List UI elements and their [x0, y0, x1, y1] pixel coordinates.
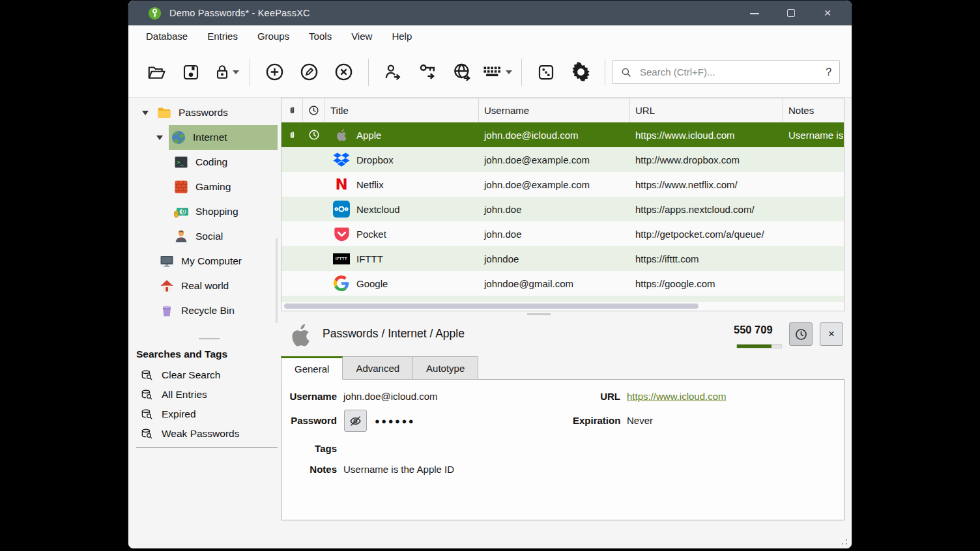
menu-entries[interactable]: Entries	[197, 31, 248, 42]
url-cell: https://google.com	[630, 271, 783, 296]
sidebar-item-coding[interactable]: >_ Coding	[136, 150, 278, 175]
close-preview-button[interactable]: ×	[820, 322, 843, 346]
tab-autotype[interactable]: Autotype	[413, 356, 478, 380]
sidebar-item-shopping[interactable]: 0 Shopping	[136, 199, 278, 224]
attachment-cell	[281, 271, 303, 296]
table-row-nextcloud[interactable]: Nextcloud john.doe https://apps.nextclou…	[281, 197, 844, 221]
toolbar-separator	[605, 59, 605, 86]
expander-icon[interactable]	[142, 111, 149, 115]
table-header: Title Username URL Notes	[281, 98, 844, 122]
search-label: Clear Search	[162, 369, 220, 381]
table-row-pocket[interactable]: Pocket john.doe http://getpocket.com/a/q…	[281, 221, 844, 246]
entry-title: Google	[356, 278, 388, 289]
save-database-button[interactable]	[176, 57, 205, 87]
tab-advanced[interactable]: Advanced	[343, 356, 413, 380]
totp-timer-bar	[736, 344, 782, 348]
terminal-icon: >_	[173, 154, 189, 170]
apple-icon	[333, 126, 350, 143]
expander-icon[interactable]	[156, 135, 163, 140]
settings-button[interactable]	[566, 57, 596, 87]
username-cell: john.doe@example.com	[479, 172, 630, 197]
entry-table: Title Username URL Notes Apple john.doe@…	[281, 98, 844, 311]
username-cell: johndoe	[479, 246, 630, 271]
password-label: Password	[288, 415, 337, 426]
menu-database[interactable]: Database	[136, 31, 197, 42]
sidebar-item-weak-passwords[interactable]: Weak Passwords	[136, 424, 278, 444]
sidebar-item-real-world[interactable]: Real world	[136, 274, 278, 298]
password-generator-button[interactable]	[531, 57, 560, 87]
notes-cell	[783, 271, 844, 296]
header-username-column[interactable]: Username	[479, 98, 630, 122]
tab-general[interactable]: General	[281, 356, 343, 380]
search-label: All Entries	[162, 389, 207, 401]
url-cell: http://getpocket.com/a/queue/	[630, 221, 783, 246]
apple-icon	[287, 322, 315, 349]
delete-entry-button[interactable]	[329, 57, 358, 87]
entry-breadcrumb: Passwords / Internet / Apple	[323, 327, 465, 341]
resize-grip[interactable]	[841, 539, 848, 545]
toggle-password-visibility-button[interactable]	[344, 410, 367, 432]
key-arrow-icon	[417, 62, 437, 82]
table-detail-splitter-handle[interactable]	[527, 313, 551, 315]
menu-groups[interactable]: Groups	[248, 31, 299, 42]
sidebar-item-clear-search[interactable]: Clear Search	[136, 365, 278, 385]
autotype-button[interactable]	[482, 57, 512, 87]
table-row-dropbox[interactable]: Dropbox john.doe@example.com http://www.…	[281, 147, 844, 172]
sidebar-item-passwords[interactable]: Passwords	[136, 100, 278, 125]
header-attachment-column[interactable]	[281, 98, 303, 122]
house-icon	[159, 278, 175, 294]
sidebar-item-my-computer[interactable]: My Computer	[136, 249, 278, 274]
add-entry-button[interactable]	[259, 57, 289, 87]
tags-label: Tags	[288, 443, 337, 454]
table-horizontal-scrollbar[interactable]	[284, 304, 699, 309]
copy-password-button[interactable]	[412, 57, 442, 87]
expiry-cell	[303, 122, 325, 147]
lock-database-button[interactable]	[211, 57, 240, 87]
sidebar-item-expired[interactable]: Expired	[136, 404, 278, 424]
x-circle-icon	[334, 62, 354, 82]
table-row-netflix[interactable]: N Netflix john.doe@example.com https://w…	[281, 172, 844, 197]
entry-title: Netflix	[356, 179, 384, 190]
url-cell: https://www.netflix.com/	[630, 172, 783, 197]
edit-entry-button[interactable]	[295, 57, 324, 87]
sidebar-item-internet[interactable]: Internet	[136, 125, 278, 150]
header-notes-column[interactable]: Notes	[783, 98, 844, 122]
header-url-column[interactable]: URL	[630, 98, 783, 122]
attachment-cell	[281, 221, 303, 246]
search-box[interactable]: ?	[612, 60, 840, 84]
header-title-column[interactable]: Title	[325, 98, 479, 122]
sidebar-item-recycle-bin[interactable]: Recycle Bin	[136, 298, 278, 323]
open-folder-icon	[147, 63, 166, 82]
menu-tools[interactable]: Tools	[299, 31, 341, 42]
open-database-button[interactable]	[141, 57, 171, 87]
expiry-cell	[303, 147, 325, 172]
open-url-button[interactable]	[448, 57, 477, 87]
sidebar-item-all-entries[interactable]: All Entries	[136, 385, 278, 404]
sidebar-divider	[136, 447, 278, 448]
search-help-mark[interactable]: ?	[826, 66, 831, 78]
title-cell: Dropbox	[325, 147, 479, 172]
menu-view[interactable]: View	[341, 31, 382, 42]
username-value: john.doe@icloud.com	[343, 391, 437, 402]
search-label: Weak Passwords	[162, 428, 239, 440]
close-window-button[interactable]: ×	[823, 8, 832, 18]
sidebar-scrollbar[interactable]	[276, 238, 278, 323]
maximize-button[interactable]	[786, 8, 796, 18]
minimize-button[interactable]	[750, 8, 759, 18]
lock-icon	[213, 63, 231, 81]
sidebar-splitter-handle[interactable]	[199, 338, 220, 339]
search-input[interactable]	[639, 66, 819, 78]
copy-username-button[interactable]	[378, 57, 407, 87]
notes-cell	[783, 172, 844, 197]
totp-toggle-button[interactable]	[789, 322, 813, 346]
menu-help[interactable]: Help	[382, 31, 422, 42]
sidebar-item-gaming[interactable]: Gaming	[136, 175, 278, 199]
header-expiry-column[interactable]	[303, 98, 325, 122]
sidebar-item-social[interactable]: Social	[136, 224, 278, 249]
url-value-link[interactable]: https://www.icloud.com	[627, 391, 727, 402]
table-row-apple[interactable]: Apple john.doe@icloud.com https://www.ic…	[281, 122, 844, 147]
group-label: Internet	[193, 132, 227, 143]
table-row-google[interactable]: Google johndoe@gmail.com https://google.…	[281, 271, 844, 296]
table-row-ifttt[interactable]: IFTTT IFTTT johndoe https://ifttt.com	[281, 246, 844, 271]
notes-cell	[783, 147, 844, 172]
